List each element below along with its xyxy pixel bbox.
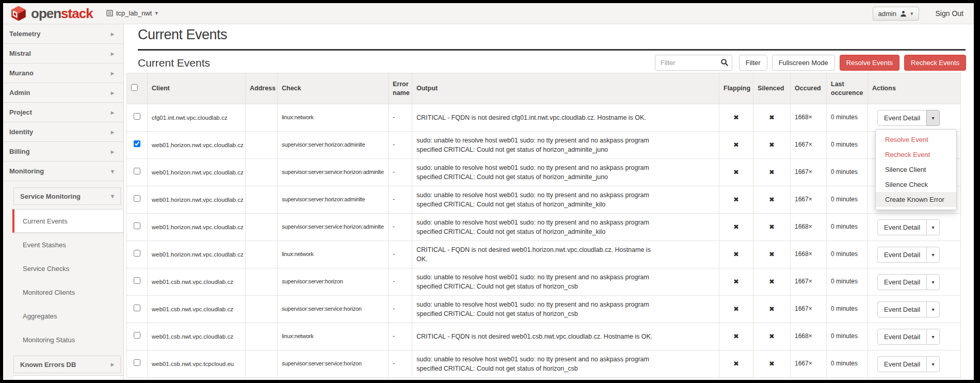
- sidebar-item-admin[interactable]: Admin ▸: [3, 83, 123, 103]
- cell-check: supervisor:server:service:horizon:adminl…: [278, 214, 389, 241]
- sign-out-link[interactable]: Sign Out: [936, 9, 963, 18]
- sidebar-item-service-monitoring[interactable]: Service Monitoring ▾: [13, 187, 121, 205]
- cell-actions: Event Detail ▾: [868, 104, 961, 132]
- cell-error-name: -: [389, 241, 412, 268]
- sidebar-item-project[interactable]: Project ▸: [3, 103, 123, 122]
- sidebar-item-current-events[interactable]: Current Events: [12, 209, 123, 233]
- event-detail-button[interactable]: Event Detail: [877, 329, 927, 345]
- cell-silenced: ✖: [753, 104, 791, 132]
- sidebar-item-murano[interactable]: Murano ▸: [3, 63, 123, 83]
- user-menu-button[interactable]: admin ▾: [873, 7, 919, 21]
- menu-item-create-known-error[interactable]: Create Known Error: [876, 192, 956, 207]
- cross-icon: ✖: [733, 114, 739, 121]
- recheck-events-button[interactable]: Recheck Events: [904, 55, 966, 71]
- sidebar-item-monitored-clients[interactable]: Monitored Clients: [3, 280, 123, 304]
- cell-occured: 1668×: [791, 104, 827, 132]
- select-all-checkbox[interactable]: [131, 84, 138, 91]
- cell-error-name: -: [389, 296, 412, 323]
- search-icon: [720, 58, 729, 67]
- event-detail-caret-button[interactable]: ▾: [926, 219, 940, 235]
- cell-silenced: ✖: [753, 268, 791, 296]
- row-checkbox[interactable]: [134, 332, 140, 339]
- cell-address: [246, 214, 278, 241]
- cross-icon: ✖: [733, 332, 739, 340]
- cross-icon: ✖: [733, 168, 739, 176]
- cell-error-name: -: [389, 323, 412, 350]
- row-checkbox[interactable]: [134, 195, 140, 202]
- fullscreen-mode-button[interactable]: Fullscreen Mode: [772, 55, 835, 71]
- event-detail-caret-button[interactable]: ▾: [926, 356, 940, 372]
- chevron-down-icon: ▾: [111, 168, 114, 175]
- openstack-logo: openstack: [10, 5, 93, 22]
- row-checkbox[interactable]: [134, 113, 140, 120]
- sidebar-item-service-checks[interactable]: Service Checks: [3, 257, 123, 280]
- cell-silenced: ✖: [753, 323, 791, 350]
- cell-client: web01.csb.nwt.vpc.cloudlab.cz: [148, 296, 246, 323]
- cell-client: web01.csb.nwt.vpc.tcpcloud.eu: [148, 350, 246, 378]
- menu-item-resolve-event[interactable]: Resolve Event: [876, 132, 956, 147]
- cell-occured: 1667×: [791, 296, 827, 323]
- event-detail-caret-button[interactable]: ▾: [926, 301, 940, 317]
- sidebar-item-known-errors-db[interactable]: Known Errors DB ▸: [13, 356, 121, 373]
- chevron-right-icon: ▸: [111, 361, 114, 368]
- col-actions: Actions: [868, 73, 961, 104]
- event-detail-button[interactable]: Event Detail: [877, 356, 927, 372]
- event-detail-caret-button[interactable]: ▾: [926, 247, 940, 263]
- row-checkbox[interactable]: [134, 359, 140, 366]
- row-checkbox[interactable]: [134, 250, 140, 257]
- cell-output: sudo: unable to resolve host web01 sudo:…: [412, 296, 719, 323]
- filter-button[interactable]: Filter: [739, 55, 767, 71]
- person-icon: [900, 10, 907, 17]
- caret-down-icon: ▾: [932, 279, 935, 285]
- row-checkbox[interactable]: [134, 168, 140, 174]
- row-checkbox[interactable]: [134, 140, 140, 147]
- table-row: web01.horizon.nwt.vpc.cloudlab.cz superv…: [127, 159, 961, 186]
- sidebar-item-aggregates[interactable]: Aggregates: [3, 304, 123, 328]
- event-detail-caret-button[interactable]: ▾: [926, 329, 940, 345]
- cell-output: sudo: unable to resolve host web01 sudo:…: [412, 214, 719, 241]
- event-detail-button[interactable]: Event Detail: [877, 247, 927, 263]
- sidebar-item-mistral[interactable]: Mistral ▸: [3, 44, 123, 63]
- cell-flapping: ✖: [719, 241, 753, 268]
- service-monitoring-list: Current Events Event Stashes Service Che…: [3, 209, 123, 352]
- event-detail-button[interactable]: Event Detail: [877, 274, 927, 290]
- cell-actions: Event Detail ▾: [868, 268, 961, 296]
- cell-actions: Event Detail ▾: [868, 323, 961, 350]
- caret-down-icon: ▾: [932, 361, 935, 367]
- page-title: Current Events: [138, 26, 974, 43]
- event-detail-caret-button[interactable]: ▾: [926, 110, 940, 126]
- caret-down-icon: ▾: [932, 252, 935, 258]
- sidebar-item-monitoring[interactable]: Monitoring ▾: [3, 162, 123, 181]
- cell-flapping: ✖: [719, 186, 753, 214]
- sidebar: Telemetry ▸ Mistral ▸ Murano ▸ Admin ▸ P…: [3, 24, 124, 380]
- cell-flapping: ✖: [719, 214, 753, 241]
- resolve-events-button[interactable]: Resolve Events: [840, 55, 899, 71]
- event-detail-button[interactable]: Event Detail: [877, 110, 927, 126]
- event-detail-button[interactable]: Event Detail: [877, 301, 927, 317]
- cell-client: cfg01.int.nwt.vpc.cloudlab.cz: [148, 104, 246, 132]
- col-last-occurence: Last occurence: [827, 73, 868, 104]
- sidebar-item-billing[interactable]: Billing ▸: [3, 142, 123, 162]
- sidebar-item-telemetry[interactable]: Telemetry ▸: [3, 24, 123, 44]
- col-error-name: Error name: [389, 73, 412, 104]
- caret-down-icon: ▾: [932, 225, 935, 230]
- menu-item-recheck-event[interactable]: Recheck Event: [876, 147, 956, 162]
- chevron-down-icon: ▾: [155, 10, 158, 16]
- cell-occured: 1667×: [791, 268, 827, 296]
- sidebar-item-monitoring-status[interactable]: Monitoring Status: [3, 328, 123, 352]
- cell-address: [246, 241, 278, 268]
- menu-item-silence-client[interactable]: Silence Client: [876, 162, 956, 177]
- row-checkbox[interactable]: [134, 305, 140, 311]
- cell-occured: 1667×: [791, 350, 827, 378]
- event-detail-caret-button[interactable]: ▾: [926, 274, 940, 290]
- row-checkbox[interactable]: [134, 277, 140, 284]
- sidebar-item-event-stashes[interactable]: Event Stashes: [3, 233, 123, 257]
- event-detail-button[interactable]: Event Detail: [877, 219, 927, 235]
- sidebar-item-identity[interactable]: Identity ▸: [3, 122, 123, 142]
- chevron-down-icon: ▾: [910, 11, 913, 17]
- header-select-all: [127, 73, 148, 104]
- project-switcher[interactable]: tcp_lab_nwt ▾: [106, 9, 158, 17]
- row-checkbox[interactable]: [134, 222, 140, 229]
- menu-item-silence-check[interactable]: Silence Check: [876, 177, 956, 192]
- caret-down-icon: ▾: [932, 115, 935, 121]
